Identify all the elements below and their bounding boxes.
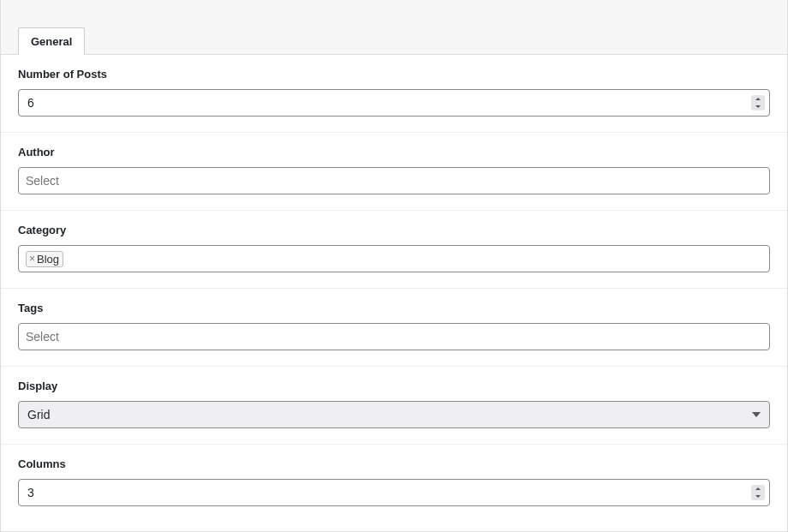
tab-bar: General bbox=[1, 0, 787, 55]
close-icon[interactable]: × bbox=[29, 254, 35, 264]
field-columns: Columns bbox=[1, 445, 787, 522]
chevron-up-icon bbox=[755, 487, 761, 490]
field-tags: Tags Select bbox=[1, 289, 787, 367]
field-display: Display Grid bbox=[1, 367, 787, 445]
number-of-posts-stepper[interactable] bbox=[751, 95, 765, 111]
display-select[interactable]: Grid bbox=[18, 401, 770, 428]
display-label: Display bbox=[18, 380, 770, 392]
columns-label: Columns bbox=[18, 457, 770, 470]
chevron-down-icon bbox=[755, 495, 761, 498]
number-of-posts-label: Number of Posts bbox=[18, 68, 770, 81]
chevron-up-icon bbox=[755, 98, 761, 100]
columns-input[interactable] bbox=[18, 479, 770, 506]
tags-select[interactable]: Select bbox=[18, 323, 770, 350]
tags-label: Tags bbox=[18, 302, 770, 314]
category-chip-label: Blog bbox=[37, 253, 59, 266]
columns-stepper[interactable] bbox=[751, 485, 765, 500]
number-of-posts-input[interactable] bbox=[18, 89, 770, 117]
category-label: Category bbox=[18, 224, 770, 236]
category-chip-blog[interactable]: × Blog bbox=[26, 251, 63, 267]
tab-general[interactable]: General bbox=[18, 27, 85, 55]
category-select[interactable]: × Blog bbox=[18, 245, 770, 272]
chevron-down-icon bbox=[755, 105, 761, 108]
author-select[interactable]: Select bbox=[18, 167, 770, 194]
field-number-of-posts: Number of Posts bbox=[1, 55, 787, 133]
tab-general-label: General bbox=[31, 35, 72, 48]
field-category: Category × Blog bbox=[1, 211, 787, 289]
settings-panel: General Number of Posts Author Select Ca… bbox=[0, 0, 788, 532]
author-placeholder: Select bbox=[26, 174, 59, 188]
number-of-posts-input-wrap bbox=[18, 89, 770, 117]
field-author: Author Select bbox=[1, 133, 787, 211]
tags-placeholder: Select bbox=[26, 330, 59, 344]
columns-input-wrap bbox=[18, 479, 770, 506]
author-label: Author bbox=[18, 146, 770, 158]
